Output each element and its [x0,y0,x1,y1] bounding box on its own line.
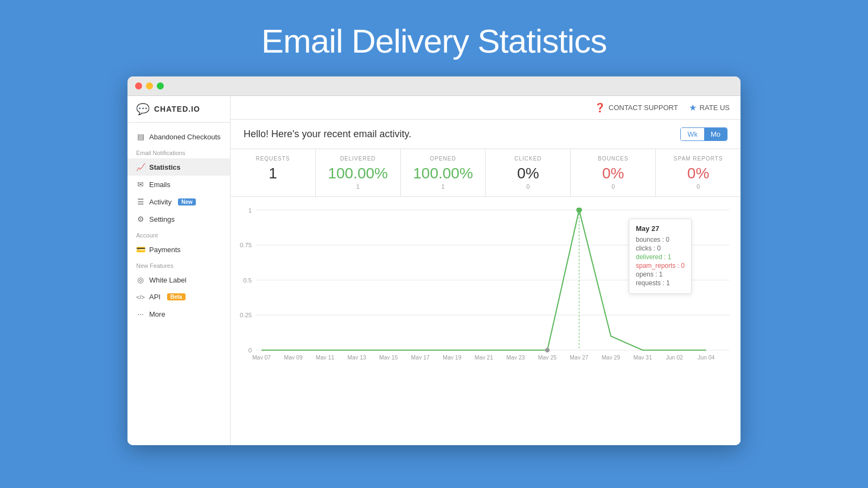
api-beta-badge: Beta [167,293,186,300]
svg-text:May 15: May 15 [379,354,398,359]
sidebar-item-white-label[interactable]: ◎ White Label [127,271,230,288]
stat-delivered-value: 100.00% [324,165,392,182]
svg-text:May 13: May 13 [348,354,366,359]
svg-text:May 31: May 31 [633,354,652,359]
support-icon: ❓ [595,102,605,113]
sidebar-item-activity[interactable]: ☰ Activity New [127,193,230,210]
svg-text:May 17: May 17 [411,354,430,359]
stat-requests: REQUESTS 1 [231,149,316,196]
svg-text:May 25: May 25 [538,354,557,359]
svg-text:May 21: May 21 [475,354,493,359]
stat-bounces-sub: 0 [579,183,647,190]
stat-delivered-sub: 1 [324,183,392,190]
sidebar-header: 💬 CHATED.IO [127,96,230,123]
sidebar-nav: ▤ Abandoned Checkouts Email Notification… [127,123,230,445]
sidebar: 💬 CHATED.IO ▤ Abandoned Checkouts Email … [127,96,231,445]
svg-text:Jun 02: Jun 02 [666,354,682,359]
sidebar-item-emails[interactable]: ✉ Emails [127,176,230,193]
stat-delivered: DELIVERED 100.00% 1 [316,149,401,196]
period-mo-button[interactable]: Mo [704,128,727,140]
contact-support-button[interactable]: ❓ CONTACT SUPPORT [595,102,678,113]
sidebar-item-statistics[interactable]: 📈 Statistics [127,158,230,176]
sidebar-item-abandoned-checkouts[interactable]: ▤ Abandoned Checkouts [127,128,230,145]
sidebar-item-more[interactable]: ··· More [127,305,230,323]
header-right: ❓ CONTACT SUPPORT ★ RATE US [344,102,730,113]
sidebar-item-api[interactable]: </> API Beta [127,288,230,305]
tooltip-bounces: bounces : 0 [636,236,685,243]
svg-text:May 29: May 29 [602,354,620,359]
app-window: 💬 CHATED.IO ▤ Abandoned Checkouts Email … [127,76,741,445]
sidebar-item-label: More [149,310,165,318]
stat-clicked-label: CLICKED [494,156,561,162]
logo-text: CHATED.IO [154,105,200,113]
stat-opened: OPENED 100.00% 1 [401,149,486,196]
chart-tooltip: May 27 bounces : 0 clicks : 0 delivered … [629,219,692,294]
stat-opened-value: 100.00% [410,165,477,182]
sidebar-item-label: API [149,293,161,301]
svg-text:May 09: May 09 [284,354,302,359]
app-body: 💬 CHATED.IO ▤ Abandoned Checkouts Email … [127,96,741,445]
svg-text:0.5: 0.5 [243,277,252,284]
abandoned-checkouts-icon: ▤ [136,132,145,141]
statistics-icon: 📈 [136,163,145,171]
svg-text:0: 0 [248,346,252,354]
chart-container: 1 0.75 0.5 0.25 0 May 07 May 09 [236,208,735,359]
activity-new-badge: New [178,198,196,206]
api-icon: </> [136,294,145,300]
stat-delivered-label: DELIVERED [324,156,392,162]
new-features-section: New Features [127,258,230,271]
stat-clicked-value: 0% [494,165,561,182]
more-icon: ··· [136,310,145,318]
stat-clicked: CLICKED 0% 0 [486,149,571,196]
page-title: Email Delivery Statistics [261,22,607,60]
close-button[interactable] [135,82,142,89]
traffic-lights [135,82,164,89]
svg-text:May 19: May 19 [443,354,461,359]
svg-text:May 23: May 23 [506,354,525,359]
sidebar-item-label: Activity [149,198,171,206]
tooltip-date: May 27 [636,224,685,233]
tooltip-requests: requests : 1 [636,279,685,287]
settings-icon: ⚙ [136,215,145,223]
stat-opened-label: OPENED [410,156,477,162]
sidebar-item-payments[interactable]: 💳 Payments [127,241,230,258]
stat-requests-label: REQUESTS [239,156,307,162]
tooltip-spam: spam_reports : 0 [636,262,685,269]
sidebar-item-settings[interactable]: ⚙ Settings [127,210,230,228]
stat-clicked-sub: 0 [494,183,561,190]
tooltip-delivered: delivered : 1 [636,253,685,261]
email-notifications-section: Email Notifications [127,145,230,158]
sidebar-item-label: Statistics [149,163,181,171]
minimize-button[interactable] [146,82,153,89]
stats-grid: REQUESTS 1 DELIVERED 100.00% 1 OPENED 10… [231,149,741,197]
account-section: Account [127,228,230,241]
period-wk-button[interactable]: Wk [681,128,704,140]
stat-bounces-label: BOUNCES [579,156,647,162]
main-content: ❓ CONTACT SUPPORT ★ RATE US Hello! Here'… [231,96,741,445]
svg-text:0.75: 0.75 [240,241,252,248]
stat-bounces-value: 0% [579,165,647,182]
stat-spam-sub: 0 [665,183,732,190]
content-header: Hello! Here's your recent email activity… [231,120,741,149]
logo-icon: 💬 [136,102,150,115]
sidebar-item-label: Emails [149,181,170,189]
sidebar-item-label: Abandoned Checkouts [149,133,221,141]
titlebar [127,76,741,96]
sidebar-item-label: Payments [149,246,181,254]
rate-us-button[interactable]: ★ RATE US [689,102,730,113]
white-label-icon: ◎ [136,275,145,284]
payments-icon: 💳 [136,245,145,254]
maximize-button[interactable] [157,82,164,89]
svg-point-26 [545,348,550,352]
svg-text:1: 1 [248,208,252,214]
stat-bounces: BOUNCES 0% 0 [571,149,656,196]
svg-text:May 07: May 07 [252,354,271,359]
svg-text:0.25: 0.25 [240,311,252,318]
tooltip-opens: opens : 1 [636,271,685,278]
emails-icon: ✉ [136,180,145,189]
activity-icon: ☰ [136,197,145,206]
main-header-bar: ❓ CONTACT SUPPORT ★ RATE US [231,96,741,120]
svg-text:May 11: May 11 [316,354,334,359]
stat-spam-value: 0% [665,165,732,182]
contact-support-label: CONTACT SUPPORT [609,104,678,112]
